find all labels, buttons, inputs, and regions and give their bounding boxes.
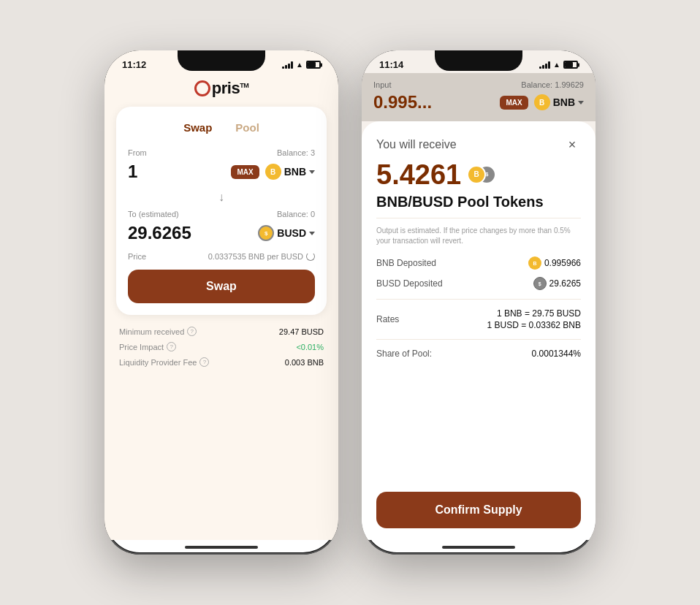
rates-row: Rates 1 BNB = 29.75 BUSD 1 BUSD = 0.0336… [376, 308, 581, 330]
logo-tm: TM [240, 82, 248, 89]
input-max-button[interactable]: MAX [500, 96, 528, 110]
price-text: 0.0337535 BNB per BUSD [208, 252, 303, 261]
status-icons-2: ▲ [539, 61, 578, 69]
price-impact-label-row: Price Impact ? [119, 342, 176, 351]
price-impact-value: <0.01% [296, 343, 324, 351]
busd-deposited-value-row: $ 29.6265 [533, 277, 581, 290]
wifi-icon-2: ▲ [553, 61, 560, 69]
rate2: 1 BUSD = 0.03362 BNB [487, 320, 581, 330]
to-token-selector[interactable]: $ BUSD [258, 225, 315, 241]
battery-icon [306, 61, 321, 69]
phone-1-bg: 11:12 ▲ prisTM [104, 50, 338, 540]
time-1: 11:12 [122, 59, 146, 70]
scene: 11:12 ▲ prisTM [104, 50, 596, 555]
min-received-help-icon[interactable]: ? [187, 327, 197, 336]
input-bar-row: 0.995... MAX B BNB [373, 92, 584, 113]
tab-swap[interactable]: Swap [183, 118, 212, 137]
busd-deposit-icon: $ [533, 277, 547, 290]
input-token-chevron [578, 101, 584, 104]
bnb-deposited-row: BNB Deposited B 0.995966 [376, 256, 581, 270]
estimated-note: Output is estimated. If the price change… [376, 218, 581, 246]
to-token-name: BUSD [277, 227, 306, 239]
logo-text: prisTM [212, 79, 248, 98]
min-received-label: Minimum received [119, 327, 184, 336]
rates-label: Rates [376, 314, 399, 324]
from-label: From [128, 148, 147, 157]
info-section: Minimum received ? 29.47 BUSD Price Impa… [104, 315, 338, 378]
close-button[interactable]: × [563, 136, 581, 153]
modal-title: You will receive [376, 138, 457, 151]
swap-button[interactable]: Swap [128, 270, 315, 303]
details-section: BNB Deposited B 0.995966 BUSD Deposited … [376, 256, 581, 359]
bnb-deposit-icon: B [528, 256, 541, 270]
logo-main: pris [212, 79, 240, 97]
phone-1: 11:12 ▲ prisTM [104, 50, 338, 555]
phone-2-bg: 11:14 ▲ Input Balance: 1.99629 [362, 50, 596, 540]
from-value[interactable]: 1 [128, 161, 225, 182]
from-token-selector[interactable]: B BNB [265, 164, 315, 180]
home-indicator-1 [104, 540, 338, 555]
to-field-label: To (estimated) Balance: 0 [128, 210, 315, 218]
home-indicator-2 [362, 540, 596, 555]
to-input-row: 29.6265 $ BUSD [128, 223, 315, 243]
lp-fee-row: Liquidity Provider Fee ? 0.003 BNB [119, 357, 324, 367]
lp-fee-label: Liquidity Provider Fee [119, 358, 197, 367]
input-bar: Input Balance: 1.99629 0.995... MAX B BN… [362, 73, 596, 121]
price-value: 0.0337535 BNB per BUSD [208, 252, 315, 261]
time-2: 11:14 [379, 59, 403, 70]
signal-icon [282, 61, 293, 69]
modal-card: You will receive × 5.4261 B $ BNB/BUSD P… [362, 121, 596, 540]
bnb-deposited-value-row: B 0.995966 [528, 256, 581, 270]
bnb-deposited-value: 0.995966 [544, 258, 581, 268]
receive-token-name: BNB/BUSD Pool Tokens [376, 194, 581, 210]
to-label: To (estimated) [128, 210, 179, 218]
share-label: Share of Pool: [376, 349, 432, 359]
to-value[interactable]: 29.6265 [128, 223, 252, 243]
bnb-deposited-label: BNB Deposited [376, 258, 436, 268]
input-token-name: BNB [553, 96, 575, 108]
from-max-button[interactable]: MAX [231, 165, 259, 179]
price-label: Price [128, 252, 146, 261]
price-impact-help-icon[interactable]: ? [167, 342, 176, 351]
confirm-supply-button[interactable]: Confirm Supply [376, 492, 581, 528]
lp-fee-help-icon[interactable]: ? [199, 357, 209, 367]
busd-token-icon: $ [258, 225, 274, 241]
input-bar-labels: Input Balance: 1.99629 [373, 80, 584, 89]
input-balance: Balance: 1.99629 [521, 80, 584, 89]
input-bar-value[interactable]: 0.995... [373, 92, 494, 113]
dual-bnb-icon: B [467, 165, 486, 184]
swap-card: Swap Pool From Balance: 3 1 MAX B [116, 107, 327, 315]
opris-logo: prisTM [194, 79, 248, 98]
from-balance: Balance: 3 [277, 148, 315, 157]
status-icons-1: ▲ [282, 61, 321, 69]
price-impact-label: Price Impact [119, 343, 164, 351]
wifi-icon: ▲ [296, 61, 303, 69]
min-received-row: Minimum received ? 29.47 BUSD [119, 327, 324, 336]
opris-header: prisTM [104, 73, 338, 107]
min-received-value: 29.47 BUSD [279, 327, 324, 336]
phone-2: 11:14 ▲ Input Balance: 1.99629 [362, 50, 596, 555]
from-token-chevron [309, 170, 315, 174]
status-bar-1: 11:12 ▲ [104, 50, 338, 73]
lp-fee-value: 0.003 BNB [285, 358, 324, 367]
rate1: 1 BNB = 29.75 BUSD [497, 308, 581, 319]
modal-header: You will receive × [376, 136, 581, 153]
input-token-selector[interactable]: B BNB [534, 94, 584, 110]
busd-deposited-value: 29.6265 [549, 278, 581, 289]
rates-divider [376, 299, 581, 300]
from-input-row: 1 MAX B BNB [128, 161, 315, 182]
swap-direction-arrow: ↓ [128, 191, 315, 204]
min-received-label-row: Minimum received ? [119, 327, 197, 336]
status-bar-2: 11:14 ▲ [362, 50, 596, 73]
to-balance: Balance: 0 [277, 210, 315, 218]
signal-icon-2 [539, 61, 550, 69]
rates-values: 1 BNB = 29.75 BUSD 1 BUSD = 0.03362 BNB [487, 308, 581, 330]
busd-deposited-label: BUSD Deposited [376, 278, 443, 289]
battery-icon-2 [563, 61, 578, 69]
home-bar-1 [185, 546, 258, 549]
share-row: Share of Pool: 0.0001344% [376, 349, 581, 359]
from-field-label: From Balance: 3 [128, 148, 315, 157]
refresh-icon[interactable] [306, 252, 315, 261]
tab-pool[interactable]: Pool [235, 118, 259, 137]
receive-number: 5.4261 [376, 159, 461, 191]
